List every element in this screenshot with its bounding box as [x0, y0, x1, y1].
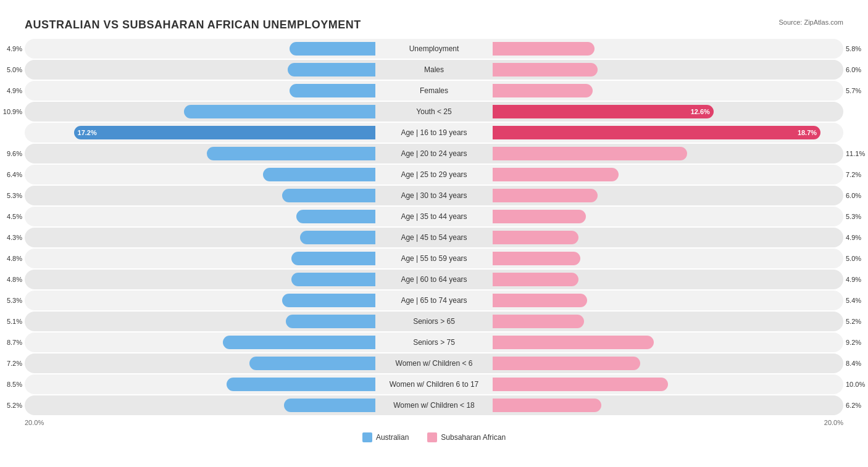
bar-right — [493, 42, 595, 56]
bar-left — [300, 231, 375, 244]
right-value: 9.2% — [846, 339, 861, 346]
row-center-label: Females — [375, 86, 493, 95]
row-center-label: Age | 30 to 34 years — [375, 191, 493, 200]
bar-right — [493, 252, 580, 265]
bar-left-side: 17.2% — [25, 124, 375, 141]
bar-left-side: 4.9% — [25, 40, 375, 57]
row-center-label: Unemployment — [375, 44, 493, 53]
chart-row: 4.8%Age | 55 to 59 years5.0% — [25, 249, 843, 268]
bar-right-side: 5.8% — [493, 40, 843, 57]
row-center-label: Age | 35 to 44 years — [375, 212, 493, 221]
chart-row: 8.5%Women w/ Children 6 to 1710.0% — [25, 374, 843, 394]
axis-right: 20.0% — [490, 419, 843, 426]
legend-item-australian: Australian — [362, 432, 409, 442]
right-value: 6.0% — [846, 66, 861, 73]
bar-right-side: 4.9% — [493, 271, 843, 288]
bar-left — [282, 189, 375, 202]
chart-row: 4.9%Unemployment5.8% — [25, 39, 843, 59]
bar-right-side: 7.2% — [493, 166, 843, 183]
row-center-label: Youth < 25 — [375, 107, 493, 116]
left-value: 4.9% — [7, 45, 22, 52]
chart-row: 5.3%Age | 65 to 74 years5.4% — [25, 291, 843, 310]
bar-left — [284, 399, 375, 412]
left-value: 17.2% — [78, 129, 97, 136]
left-value: 4.8% — [7, 276, 22, 283]
bar-right — [493, 315, 584, 328]
bar-right — [493, 378, 668, 391]
row-center-label: Age | 20 to 24 years — [375, 149, 493, 158]
right-value: 5.4% — [846, 297, 861, 304]
bar-right — [493, 294, 587, 307]
bar-left: 17.2% — [74, 126, 375, 139]
row-center-label: Seniors > 75 — [375, 338, 493, 347]
bar-right-side: 10.0% — [493, 376, 843, 393]
chart-source: Source: ZipAtlas.com — [778, 19, 843, 26]
bar-left — [227, 378, 375, 391]
row-center-label: Age | 25 to 29 years — [375, 170, 493, 179]
bar-right — [493, 273, 578, 286]
right-value: 8.4% — [846, 360, 861, 367]
right-value: 4.9% — [846, 276, 861, 283]
row-center-label: Seniors > 65 — [375, 317, 493, 326]
right-value: 5.7% — [846, 87, 861, 94]
left-value: 4.8% — [7, 255, 22, 262]
chart-row: 6.4%Age | 25 to 29 years7.2% — [25, 165, 843, 184]
right-value: 5.0% — [846, 255, 861, 262]
bar-right-side: 5.4% — [493, 292, 843, 309]
chart-row: 17.2%Age | 16 to 19 years18.7% — [25, 123, 843, 143]
row-center-label: Women w/ Children 6 to 17 — [375, 380, 493, 389]
bar-left — [296, 210, 375, 223]
bar-left-side: 6.4% — [25, 166, 375, 183]
bar-left-side: 5.0% — [25, 61, 375, 78]
row-center-label: Age | 45 to 54 years — [375, 233, 493, 242]
chart-container: AUSTRALIAN VS SUBSAHARAN AFRICAN UNEMPLO… — [12, 12, 856, 455]
bar-left — [263, 168, 375, 181]
bar-left — [184, 105, 375, 118]
chart-row: 4.9%Females5.7% — [25, 81, 843, 101]
bar-left — [282, 294, 375, 307]
legend-item-subsaharan: Subsaharan African — [427, 432, 506, 442]
right-value: 5.8% — [846, 45, 861, 52]
bar-right — [493, 399, 601, 412]
chart-row: 4.5%Age | 35 to 44 years5.3% — [25, 207, 843, 226]
bar-left — [290, 42, 375, 56]
left-value: 5.2% — [7, 402, 22, 409]
chart-row: 10.9%Youth < 2512.6% — [25, 102, 843, 122]
bar-right-side: 9.2% — [493, 334, 843, 351]
chart-row: 7.2%Women w/ Children < 68.4% — [25, 353, 843, 373]
legend-label-australian: Australian — [376, 433, 409, 442]
row-center-label: Males — [375, 65, 493, 74]
bar-right — [493, 357, 640, 370]
bar-right-side: 12.6% — [493, 103, 843, 120]
bar-left-side: 10.9% — [25, 103, 375, 120]
bar-left — [286, 315, 375, 328]
bar-left-side: 5.2% — [25, 397, 375, 414]
bar-right-side: 5.7% — [493, 82, 843, 99]
row-center-label: Age | 60 to 64 years — [375, 275, 493, 284]
bar-right-side: 5.2% — [493, 313, 843, 330]
chart-row: 5.2%Women w/ Children < 186.2% — [25, 395, 843, 415]
bar-right — [493, 231, 578, 244]
row-center-label: Age | 16 to 19 years — [375, 128, 493, 137]
bar-left-side: 7.2% — [25, 355, 375, 372]
bar-left-side: 4.5% — [25, 208, 375, 225]
left-value: 8.7% — [7, 339, 22, 346]
axis-row: 20.0% 20.0% — [25, 419, 843, 426]
chart-row: 5.0%Males6.0% — [25, 60, 843, 80]
bar-left-side: 9.6% — [25, 145, 375, 162]
right-value: 7.2% — [846, 171, 861, 178]
bar-left — [249, 357, 375, 370]
row-center-label: Women w/ Children < 18 — [375, 401, 493, 410]
left-value: 4.9% — [7, 87, 22, 94]
left-value: 10.9% — [3, 108, 22, 115]
left-value: 8.5% — [7, 381, 22, 388]
bar-left-side: 4.8% — [25, 250, 375, 267]
right-value: 10.0% — [846, 381, 865, 388]
left-value: 4.5% — [7, 213, 22, 220]
bar-left-side: 4.9% — [25, 82, 375, 99]
row-center-label: Age | 55 to 59 years — [375, 254, 493, 263]
chart-title: AUSTRALIAN VS SUBSAHARAN AFRICAN UNEMPLO… — [25, 19, 361, 31]
bar-right: 12.6% — [493, 105, 714, 118]
legend-label-subsaharan: Subsaharan African — [441, 433, 506, 442]
bar-right — [493, 336, 654, 349]
